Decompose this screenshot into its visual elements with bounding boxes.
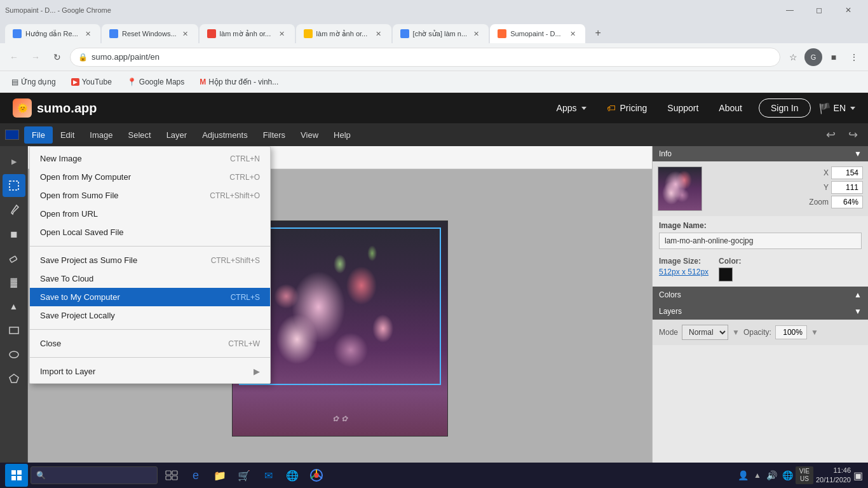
tool-pattern[interactable]: ▓ bbox=[3, 271, 25, 294]
bookmark-maps[interactable]: 📍 Google Maps bbox=[123, 76, 188, 88]
notification-button[interactable]: ▣ bbox=[853, 470, 863, 482]
bookmark-gmail[interactable]: M Hộp thư đến - vinh... bbox=[196, 76, 282, 88]
taskbar-store[interactable]: 🛒 bbox=[233, 464, 255, 487]
menu-open-local[interactable]: Open Local Saved File bbox=[30, 223, 270, 241]
bookmark-apps[interactable]: ▤ Ứng dụng bbox=[8, 76, 60, 88]
menu-save-locally[interactable]: Save Project Locally bbox=[30, 306, 270, 325]
nav-pricing-label: Pricing bbox=[620, 103, 648, 113]
browser-nav: ← → ↻ 🔒 sumo.app/paint/en ☆ G ■ ⋮ bbox=[0, 43, 868, 71]
colors-header[interactable]: Colors ▲ bbox=[653, 287, 868, 303]
tool-marquee[interactable] bbox=[3, 174, 25, 197]
menu-help[interactable]: Help bbox=[326, 126, 358, 144]
tool-polygon[interactable] bbox=[3, 367, 25, 390]
network-icon[interactable]: 🌐 bbox=[782, 470, 793, 480]
tool-select[interactable]: ▶ bbox=[3, 150, 25, 173]
taskbar-chrome[interactable] bbox=[305, 464, 328, 487]
color-swatch[interactable] bbox=[719, 268, 733, 281]
mode-select[interactable]: Normal bbox=[682, 325, 728, 340]
opacity-arrow-icon[interactable]: ▼ bbox=[811, 328, 818, 337]
address-bar[interactable]: 🔒 sumo.app/paint/en bbox=[70, 48, 780, 67]
nav-apps[interactable]: Apps bbox=[548, 99, 595, 117]
menu-layer[interactable]: Layer bbox=[159, 126, 195, 144]
tab-favicon-1 bbox=[13, 29, 22, 38]
tab-close-6[interactable]: ✕ bbox=[567, 29, 578, 39]
rectangle-icon bbox=[8, 325, 20, 336]
tab-close-5[interactable]: ✕ bbox=[471, 29, 481, 39]
forward-button[interactable]: → bbox=[27, 48, 44, 66]
menu-file[interactable]: File bbox=[24, 126, 53, 144]
menu-edit[interactable]: Edit bbox=[53, 126, 82, 144]
browser-tab-4[interactable]: làm mờ ảnh or... ✕ bbox=[296, 24, 391, 43]
menu-filters[interactable]: Filters bbox=[255, 126, 293, 144]
reload-button[interactable]: ↻ bbox=[48, 48, 66, 66]
taskbar-search[interactable]: 🔍 bbox=[31, 466, 158, 484]
caret-up-icon[interactable]: ▲ bbox=[754, 471, 761, 480]
chrome-icon bbox=[310, 469, 323, 482]
menu-new-image[interactable]: New Image CTRL+N bbox=[30, 149, 270, 168]
menu-adjustments[interactable]: Adjustments bbox=[194, 126, 255, 144]
lang-selector[interactable]: 🏴 EN bbox=[818, 102, 855, 114]
tool-rectangle[interactable] bbox=[3, 319, 25, 342]
nav-support[interactable]: Support bbox=[658, 99, 707, 117]
info-header[interactable]: Info ▼ bbox=[653, 146, 868, 161]
taskbar-edge[interactable]: e bbox=[184, 464, 207, 487]
tab-close-3[interactable]: ✕ bbox=[277, 29, 287, 39]
volume-icon[interactable]: 🔊 bbox=[766, 470, 777, 480]
back-button[interactable]: ← bbox=[5, 48, 23, 66]
menu-open-computer[interactable]: Open from My Computer CTRL+O bbox=[30, 168, 270, 186]
layers-header[interactable]: Layers ▼ bbox=[653, 303, 868, 320]
browser-tab-5[interactable]: [chờ sửa] làm n... ✕ bbox=[393, 24, 489, 43]
x-label: X bbox=[800, 168, 829, 177]
taskview-button[interactable] bbox=[160, 464, 183, 487]
lang-dropdown-icon bbox=[850, 107, 855, 110]
mode-dropdown-icon[interactable]: ▼ bbox=[732, 328, 740, 337]
restore-button[interactable]: ◻ bbox=[804, 0, 834, 20]
tool-eraser[interactable] bbox=[3, 247, 25, 269]
menu-select[interactable]: Select bbox=[121, 126, 159, 144]
minimize-button[interactable]: — bbox=[775, 0, 804, 20]
menu-save-cloud[interactable]: Save To Cloud bbox=[30, 269, 270, 288]
extensions-button[interactable]: ■ bbox=[825, 48, 843, 66]
taskbar-lang[interactable]: VIE US bbox=[796, 466, 813, 484]
menu-view[interactable]: View bbox=[293, 126, 326, 144]
tool-stamp[interactable]: ▲ bbox=[3, 295, 25, 318]
undo-button[interactable]: ↩ bbox=[821, 125, 841, 144]
taskbar-files[interactable]: 📁 bbox=[208, 464, 231, 487]
profile-button[interactable]: G bbox=[804, 48, 822, 66]
people-icon[interactable]: 👤 bbox=[738, 470, 749, 480]
tool-paint-bucket[interactable]: ◼ bbox=[3, 222, 25, 245]
tab-close-4[interactable]: ✕ bbox=[374, 29, 384, 39]
new-tab-button[interactable]: + bbox=[589, 24, 607, 42]
menu-button[interactable]: ⋮ bbox=[845, 48, 863, 66]
menu-close[interactable]: Close CTRL+W bbox=[30, 334, 270, 353]
bookmark-youtube[interactable]: ▶ YouTube bbox=[67, 76, 116, 88]
redo-button[interactable]: ↪ bbox=[843, 125, 863, 144]
browser-tab-2[interactable]: Reset Windows... ✕ bbox=[102, 24, 198, 43]
menu-open-url[interactable]: Open from URL bbox=[30, 205, 270, 223]
tool-eyedropper[interactable] bbox=[3, 198, 25, 221]
menu-image[interactable]: Image bbox=[82, 126, 120, 144]
image-size-value[interactable]: 512px x 512px bbox=[659, 268, 709, 276]
menu-import-layer[interactable]: Import to Layer ▶ bbox=[30, 362, 270, 381]
close-button[interactable]: ✕ bbox=[834, 0, 863, 20]
taskbar-mail[interactable]: ✉ bbox=[257, 464, 280, 487]
tab-close-1[interactable]: ✕ bbox=[83, 29, 93, 39]
menu-save-computer[interactable]: Save to My Computer CTRL+S bbox=[30, 288, 270, 306]
menu-save-sumo-file[interactable]: Save Project as Sumo File CTRL+Shift+S bbox=[30, 251, 270, 269]
layers-section: Layers ▼ Mode Normal ▼ Opacity: 100% ▼ bbox=[653, 303, 868, 345]
taskbar-internet[interactable]: 🌐 bbox=[281, 464, 304, 487]
image-name-field[interactable]: lam-mo-anh-online-gocjpg bbox=[659, 233, 862, 249]
marquee-icon bbox=[8, 180, 20, 191]
browser-tab-6[interactable]: Sumopaint - D... ✕ bbox=[490, 24, 585, 43]
browser-tab-1[interactable]: Hướng dẫn Re... ✕ bbox=[5, 24, 100, 43]
browser-titlebar: Sumopaint - D... - Google Chrome — ◻ ✕ bbox=[0, 0, 868, 20]
tab-close-2[interactable]: ✕ bbox=[180, 29, 191, 39]
nav-about[interactable]: About bbox=[710, 99, 751, 117]
nav-pricing[interactable]: 🏷 Pricing bbox=[598, 99, 656, 117]
bookmark-button[interactable]: ☆ bbox=[784, 48, 802, 66]
menu-open-sumo-file[interactable]: Open from Sumo File CTRL+Shift+O bbox=[30, 186, 270, 205]
start-button[interactable] bbox=[5, 464, 28, 487]
browser-tab-3[interactable]: làm mờ ảnh or... ✕ bbox=[200, 24, 295, 43]
tool-ellipse[interactable] bbox=[3, 343, 25, 366]
signin-button[interactable]: Sign In bbox=[759, 98, 811, 118]
